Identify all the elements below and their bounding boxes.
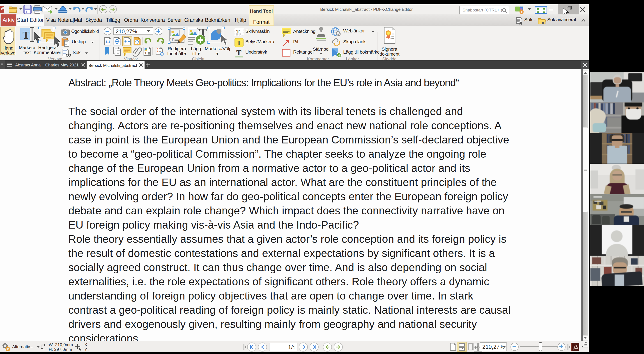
svg-text:T: T — [236, 29, 240, 34]
svg-text:T: T — [144, 51, 147, 55]
svg-text:T: T — [170, 36, 174, 42]
svg-text:1:1: 1:1 — [106, 40, 110, 43]
